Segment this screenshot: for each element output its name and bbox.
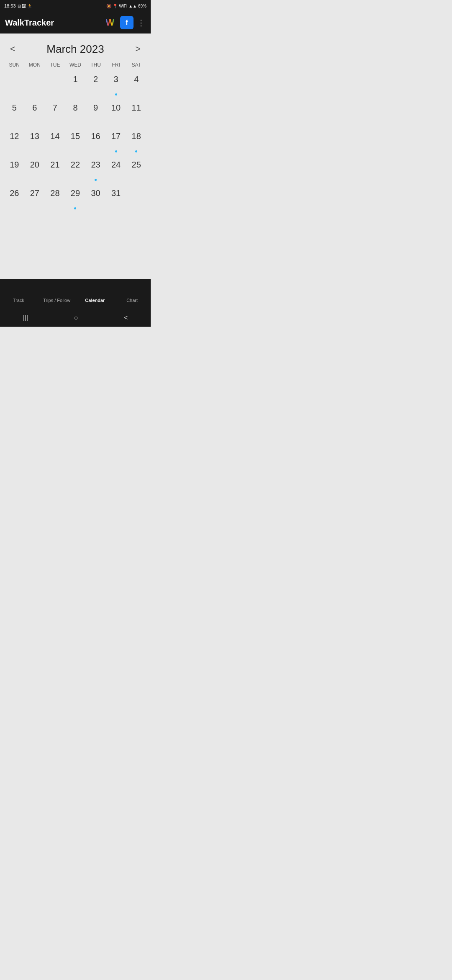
- day-number: 20: [30, 160, 39, 170]
- day-number: 11: [132, 103, 141, 113]
- facebook-icon[interactable]: f: [120, 16, 134, 29]
- calendar-day[interactable]: 25: [126, 157, 146, 185]
- header-wed: WED: [65, 60, 86, 70]
- calendar-day[interactable]: 22: [65, 157, 86, 185]
- home-button[interactable]: ○: [74, 314, 78, 322]
- day-number: 5: [12, 103, 17, 113]
- w-logo[interactable]: W: [103, 17, 117, 28]
- header-mon: MON: [25, 60, 45, 70]
- day-number: 18: [132, 132, 141, 141]
- nav-track[interactable]: Track: [6, 285, 31, 303]
- calendar-day[interactable]: 23: [85, 157, 106, 185]
- nav-calendar[interactable]: Calendar: [82, 285, 108, 303]
- calendar-day[interactable]: 21: [45, 157, 65, 185]
- calendar-day[interactable]: 26: [4, 185, 25, 214]
- system-nav-bar: ||| ○ <: [0, 309, 151, 327]
- activity-dot: [95, 179, 97, 181]
- calendar-day[interactable]: 11: [126, 100, 146, 128]
- notification-icons: ⊟ 🖼 🏃: [18, 4, 33, 8]
- header-tue: TUE: [45, 60, 65, 70]
- calendar-day[interactable]: 12: [4, 128, 25, 157]
- header-sun: SUN: [4, 60, 25, 70]
- back-button[interactable]: <: [124, 314, 128, 322]
- nav-trips[interactable]: Trips / Follow: [43, 285, 70, 303]
- activity-dot: [74, 207, 76, 209]
- day-number: 29: [71, 188, 80, 198]
- calendar-day: [45, 71, 65, 100]
- calendar-day[interactable]: 3: [106, 71, 126, 100]
- status-bar: 18:53 ⊟ 🖼 🏃 🔕 📍 WiFi ▲▲ 69%: [0, 0, 151, 12]
- calendar-day[interactable]: 4: [126, 71, 146, 100]
- day-number: 30: [91, 188, 100, 198]
- more-options-icon[interactable]: ⋮: [137, 18, 146, 28]
- calendar-day[interactable]: 8: [65, 100, 86, 128]
- day-number: 7: [53, 103, 57, 113]
- calendar-day[interactable]: 20: [25, 157, 45, 185]
- calendar-day[interactable]: 18: [126, 128, 146, 157]
- bottom-nav: Track Trips / Follow: [0, 279, 151, 309]
- app-bar: WalkTracker W f ⋮: [0, 12, 151, 34]
- calendar-day[interactable]: 29: [65, 185, 86, 214]
- day-number: 1: [73, 75, 77, 84]
- calendar-day: [4, 71, 25, 100]
- app-bar-actions: W f ⋮: [103, 16, 146, 29]
- calendar-day[interactable]: 27: [25, 185, 45, 214]
- activity-dot: [135, 150, 137, 152]
- recent-apps-button[interactable]: |||: [23, 314, 28, 322]
- calendar-day[interactable]: 30: [85, 185, 106, 214]
- calendar-day[interactable]: 1: [65, 71, 86, 100]
- calendar-day[interactable]: 13: [25, 128, 45, 157]
- calendar-day[interactable]: 6: [25, 100, 45, 128]
- nav-calendar-label: Calendar: [85, 298, 105, 303]
- calendar-day[interactable]: 15: [65, 128, 86, 157]
- calendar-day[interactable]: 5: [4, 100, 25, 128]
- wifi-icon: WiFi: [119, 4, 127, 8]
- day-number: 23: [91, 160, 100, 170]
- calendar-day[interactable]: 24: [106, 157, 126, 185]
- month-title: March 2023: [46, 43, 104, 56]
- header-thu: THU: [85, 60, 106, 70]
- day-number: 3: [114, 75, 118, 84]
- nav-track-label: Track: [13, 298, 24, 303]
- battery: 69%: [138, 4, 146, 8]
- next-month-button[interactable]: >: [131, 42, 145, 56]
- calendar-day[interactable]: 14: [45, 128, 65, 157]
- month-navigation: < March 2023 >: [4, 37, 146, 60]
- calendar-day[interactable]: 16: [85, 128, 106, 157]
- day-number: 10: [111, 103, 121, 113]
- nav-trips-label: Trips / Follow: [43, 298, 70, 303]
- calendar-day: [25, 71, 45, 100]
- day-number: 15: [71, 132, 80, 141]
- day-headers: SUN MON TUE WED THU FRI SAT: [4, 60, 146, 70]
- header-sat: SAT: [126, 60, 146, 70]
- day-number: 19: [10, 160, 19, 170]
- day-number: 16: [91, 132, 100, 141]
- day-number: 4: [134, 75, 139, 84]
- calendar-day[interactable]: 9: [85, 100, 106, 128]
- day-number: 12: [10, 132, 19, 141]
- day-number: 13: [30, 132, 39, 141]
- day-number: 9: [93, 103, 98, 113]
- signal-icon: ▲▲: [128, 4, 137, 8]
- calendar-day[interactable]: 31: [106, 185, 126, 214]
- calendar-day[interactable]: 19: [4, 157, 25, 185]
- nav-chart-label: Chart: [126, 298, 138, 303]
- location-icon: 📍: [113, 4, 118, 8]
- nav-chart[interactable]: Chart: [120, 285, 145, 303]
- prev-month-button[interactable]: <: [6, 42, 20, 56]
- activity-dot: [115, 150, 117, 152]
- day-number: 24: [111, 160, 121, 170]
- calendar-day[interactable]: 28: [45, 185, 65, 214]
- app-title: WalkTracker: [5, 18, 54, 28]
- calendar-day[interactable]: 7: [45, 100, 65, 128]
- day-number: 6: [32, 103, 37, 113]
- w-logo-text: W: [106, 17, 115, 28]
- day-number: 14: [50, 132, 59, 141]
- calendar-day[interactable]: 10: [106, 100, 126, 128]
- calendar-day[interactable]: 17: [106, 128, 126, 157]
- header-fri: FRI: [106, 60, 126, 70]
- day-number: 22: [71, 160, 80, 170]
- day-number: 27: [30, 188, 39, 198]
- calendar-day[interactable]: 2: [85, 71, 106, 100]
- day-number: 26: [10, 188, 19, 198]
